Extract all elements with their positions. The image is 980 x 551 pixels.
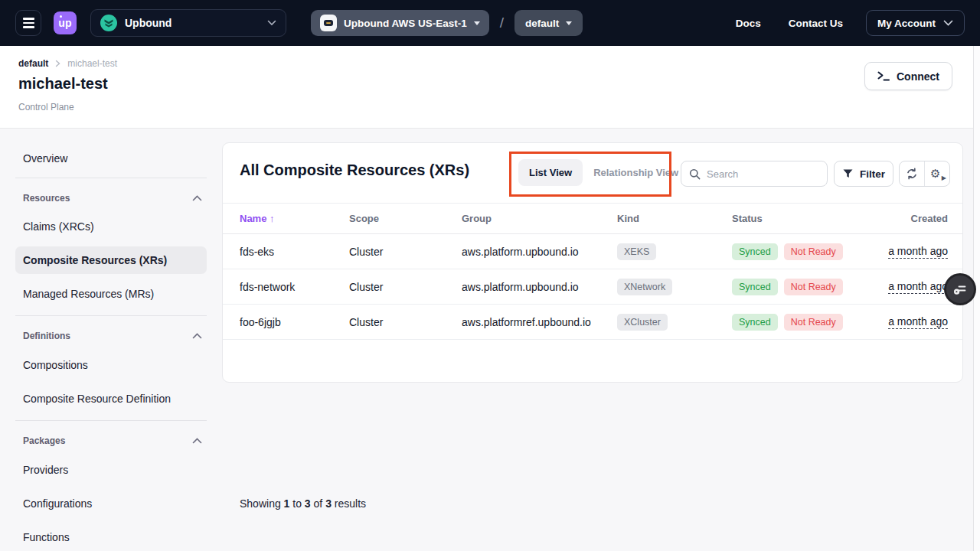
table-row[interactable]: fds-eks Cluster aws.platform.upbound.io … — [223, 234, 962, 269]
kind-badge: XEKS — [617, 243, 656, 260]
kind-badge: XNetwork — [617, 279, 672, 295]
cell-kind: XNetwork — [617, 279, 732, 295]
refresh-button[interactable] — [900, 161, 924, 186]
cell-group: aws.platformref.upbound.io — [462, 316, 617, 328]
search-input[interactable] — [707, 168, 814, 180]
cell-kind: XEKS — [617, 243, 732, 260]
cell-status: Synced Not Ready — [732, 243, 888, 260]
main-card: All Composite Resources (XRs) List View … — [222, 142, 963, 383]
sidebar-item-compositions[interactable]: Compositions — [15, 351, 207, 379]
table-header: Name ↑ Scope Group Kind Status Created — [223, 203, 962, 234]
changelog-widget-button[interactable] — [946, 276, 974, 303]
app-root: up Upbound Upbound AWS US-East-1 / — [0, 0, 980, 551]
column-header-group[interactable]: Group — [462, 213, 617, 224]
refresh-icon — [906, 168, 918, 180]
chevron-down-icon — [267, 20, 276, 26]
scrollbar-track[interactable] — [973, 46, 980, 551]
column-header-status[interactable]: Status — [732, 213, 888, 224]
cell-name: fds-eks — [240, 246, 349, 258]
column-header-scope[interactable]: Scope — [349, 213, 462, 224]
namespace-selector[interactable]: default — [514, 10, 583, 36]
sidebar-item-providers[interactable]: Providers — [15, 456, 207, 484]
tab-relationship-view[interactable]: Relationship View — [583, 159, 689, 186]
column-header-kind[interactable]: Kind — [617, 213, 732, 224]
auto-refresh-settings-button[interactable]: ⚙▶ — [924, 161, 949, 186]
page-header: default michael-test michael-test Contro… — [0, 46, 980, 129]
topbar: up Upbound Upbound AWS US-East-1 / — [0, 0, 980, 46]
my-account-label: My Account — [877, 18, 936, 29]
menu-icon[interactable] — [15, 10, 41, 36]
path-separator: / — [500, 15, 504, 31]
terminal-prompt-icon — [877, 71, 890, 81]
cell-kind: XCluster — [617, 314, 732, 331]
sidebar-item-composite-resources[interactable]: Composite Resources (XRs) — [15, 246, 207, 274]
cell-status: Synced Not Ready — [732, 314, 888, 331]
cell-group: aws.platform.upbound.io — [462, 281, 617, 293]
caret-down-icon — [566, 21, 572, 25]
cell-name: fds-network — [240, 281, 349, 293]
controlplane-selector-label: Upbound AWS US-East-1 — [344, 18, 467, 29]
sidebar-item-functions[interactable]: Functions — [15, 523, 207, 551]
org-avatar-icon — [100, 15, 117, 31]
upbound-logo[interactable]: up — [54, 11, 77, 34]
sidebar-divider — [15, 420, 207, 421]
chevron-right-icon — [55, 60, 60, 67]
org-selector-label: Upbound — [125, 17, 172, 29]
docs-link[interactable]: Docs — [736, 18, 761, 29]
org-selector[interactable]: Upbound — [90, 9, 286, 37]
my-account-button[interactable]: My Account — [866, 10, 965, 36]
cell-created: a month ago — [888, 315, 948, 329]
results-summary: Showing 1 to 3 of 3 results — [240, 482, 366, 525]
cell-created: a month ago — [888, 280, 948, 294]
control-plane-icon — [320, 15, 337, 31]
connect-button[interactable]: Connect — [864, 62, 952, 90]
cell-group: aws.platform.upbound.io — [462, 246, 617, 258]
namespace-selector-label: default — [525, 18, 559, 29]
sort-asc-icon: ↑ — [270, 213, 275, 224]
column-header-created[interactable]: Created — [888, 213, 948, 224]
section-label: Packages — [23, 435, 65, 446]
search-icon — [689, 168, 701, 180]
breadcrumb-root[interactable]: default — [18, 58, 48, 69]
cell-scope: Cluster — [349, 281, 462, 293]
filter-label: Filter — [860, 168, 885, 180]
created-tooltip-link[interactable]: a month ago — [888, 315, 948, 329]
table-row[interactable]: foo-6jgjb Cluster aws.platformref.upboun… — [223, 305, 962, 340]
column-header-name[interactable]: Name ↑ — [240, 213, 349, 224]
status-badge-not-ready: Not Ready — [784, 314, 843, 331]
sidebar-item-composite-resource-definition[interactable]: Composite Resource Definition — [15, 385, 207, 412]
created-tooltip-link[interactable]: a month ago — [888, 245, 948, 259]
kind-badge: XCluster — [617, 314, 668, 331]
sidebar-divider — [15, 178, 207, 178]
funnel-icon — [842, 168, 854, 179]
cell-name: foo-6jgjb — [240, 316, 349, 328]
section-label: Resources — [23, 193, 70, 204]
topbar-links: Docs Contact Us My Account — [736, 10, 965, 36]
page-subtitle: Control Plane — [18, 102, 74, 112]
filter-button[interactable]: Filter — [834, 161, 893, 187]
contact-us-link[interactable]: Contact Us — [789, 18, 843, 29]
sidebar-item-claims[interactable]: Claims (XRCs) — [15, 213, 207, 240]
sidebar-section-resources[interactable]: Resources — [15, 191, 207, 206]
search-box — [681, 161, 828, 187]
controlplane-selector[interactable]: Upbound AWS US-East-1 — [311, 10, 489, 36]
sidebar-section-definitions[interactable]: Definitions — [15, 328, 207, 344]
gear-play-icon: ⚙▶ — [930, 167, 944, 181]
cell-scope: Cluster — [349, 316, 462, 328]
view-toggle: List View Relationship View — [518, 159, 689, 186]
sidebar-item-configurations[interactable]: Configurations — [15, 490, 207, 517]
section-label: Definitions — [23, 331, 70, 341]
sidebar-section-packages[interactable]: Packages — [15, 433, 207, 448]
created-tooltip-link[interactable]: a month ago — [888, 280, 948, 294]
tab-list-view[interactable]: List View — [518, 159, 583, 186]
changelog-widget-icon — [952, 282, 968, 297]
table-row[interactable]: fds-network Cluster aws.platform.upbound… — [223, 269, 962, 305]
status-badge-not-ready: Not Ready — [784, 243, 843, 260]
card-title: All Composite Resources (XRs) — [240, 161, 469, 179]
cell-status: Synced Not Ready — [732, 279, 888, 295]
cell-created: a month ago — [888, 245, 948, 259]
breadcrumb: default michael-test — [18, 58, 117, 69]
sidebar-item-overview[interactable]: Overview — [15, 145, 207, 172]
status-badge-synced: Synced — [732, 279, 778, 295]
sidebar-item-managed-resources[interactable]: Managed Resources (MRs) — [15, 280, 207, 308]
